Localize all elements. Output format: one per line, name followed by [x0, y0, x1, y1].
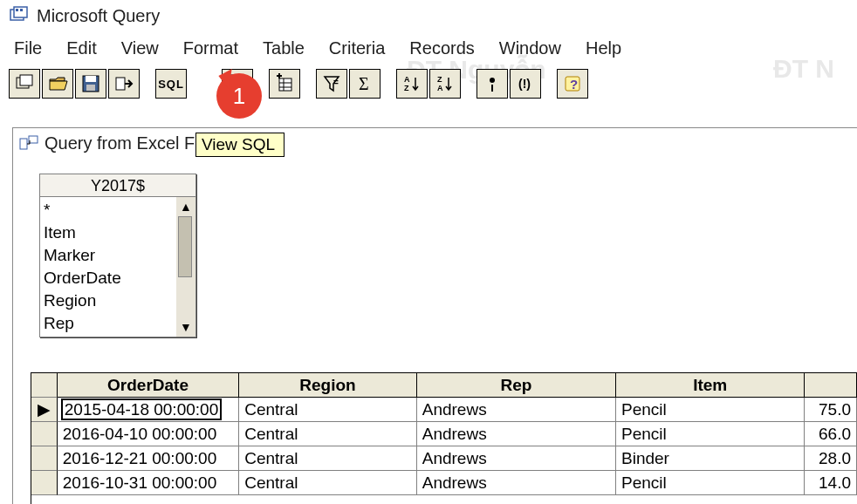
- child-icon: [18, 133, 39, 159]
- help-button[interactable]: ?: [557, 69, 588, 99]
- svg-rect-8: [86, 85, 95, 91]
- svg-rect-2: [16, 9, 18, 11]
- table-row: 2016-10-31 00:00:00 Central Andrews Penc…: [31, 471, 857, 495]
- totals-button[interactable]: Σ: [349, 69, 381, 99]
- cell-orderdate[interactable]: 2016-12-21 00:00:00: [58, 446, 239, 471]
- col-header-orderdate[interactable]: OrderDate: [58, 373, 239, 398]
- pane-splitter[interactable]: [13, 364, 857, 369]
- field-item[interactable]: Item: [44, 221, 173, 244]
- new-query-button[interactable]: [9, 69, 40, 99]
- save-button[interactable]: [75, 69, 106, 99]
- svg-rect-3: [20, 9, 23, 11]
- field-item[interactable]: Marker: [44, 244, 173, 267]
- svg-rect-7: [86, 76, 96, 82]
- row-selector[interactable]: [31, 471, 58, 495]
- menu-file[interactable]: File: [14, 38, 42, 58]
- open-button[interactable]: [42, 69, 73, 99]
- svg-text:=: =: [333, 78, 339, 87]
- svg-text:A: A: [437, 84, 443, 92]
- scroll-down-icon[interactable]: ▼: [176, 317, 195, 337]
- cell-value[interactable]: 28.0: [805, 446, 857, 471]
- svg-text:Z: Z: [437, 75, 442, 84]
- menu-help[interactable]: Help: [586, 38, 621, 58]
- table-row: 2016-12-21 00:00:00 Central Andrews Bind…: [31, 446, 857, 471]
- table-row: 2016-04-10 00:00:00 Central Andrews Penc…: [31, 422, 857, 446]
- scroll-up-icon[interactable]: ▲: [176, 197, 195, 216]
- add-tables-button[interactable]: [269, 69, 300, 99]
- svg-point-18: [490, 78, 495, 83]
- annotation-label: 1: [233, 83, 245, 110]
- scroll-thumb[interactable]: [178, 216, 192, 277]
- sort-asc-button[interactable]: AZ: [396, 69, 428, 99]
- cell-item[interactable]: Pencil: [616, 398, 805, 422]
- menubar: File Edit View Format Table Criteria Rec…: [0, 30, 857, 67]
- cell-region[interactable]: Central: [239, 471, 416, 495]
- field-item[interactable]: *: [44, 199, 173, 221]
- tooltip-view-sql: View SQL: [195, 133, 285, 157]
- cell-orderdate[interactable]: 2016-04-10 00:00:00: [58, 422, 239, 446]
- view-sql-button[interactable]: SQL: [155, 69, 187, 99]
- cell-region[interactable]: Central: [239, 398, 416, 422]
- cell-rep[interactable]: Andrews: [417, 398, 616, 422]
- row-selector[interactable]: [31, 446, 58, 471]
- child-window: Query from Excel Files Y2017$ * Item Mar…: [12, 127, 857, 504]
- menu-table[interactable]: Table: [263, 38, 305, 58]
- auto-query-button[interactable]: (!): [510, 69, 541, 99]
- return-data-button[interactable]: [108, 69, 140, 99]
- svg-text:Z: Z: [404, 84, 409, 92]
- cell-value[interactable]: 66.0: [805, 422, 857, 446]
- table-row: ▶ 2015-04-18 00:00:00 Central Andrews Pe…: [31, 398, 857, 422]
- field-item[interactable]: OrderDate: [44, 267, 173, 289]
- query-now-button[interactable]: [476, 69, 508, 99]
- cell-rep[interactable]: Andrews: [417, 422, 616, 446]
- svg-rect-11: [279, 78, 291, 91]
- menu-view[interactable]: View: [121, 38, 159, 58]
- svg-text:(!): (!): [518, 77, 531, 91]
- menu-window[interactable]: Window: [499, 38, 561, 58]
- cell-item[interactable]: Pencil: [616, 471, 805, 495]
- titlebar: Microsoft Query: [0, 0, 857, 30]
- cell-rep[interactable]: Andrews: [417, 446, 616, 471]
- field-item[interactable]: Region: [44, 289, 173, 312]
- col-header-item[interactable]: Item: [616, 373, 805, 398]
- criteria-equals-button[interactable]: =: [316, 69, 347, 99]
- toolbar: SQL = Σ AZ ZA (!) ?: [0, 67, 857, 104]
- grid-corner[interactable]: [31, 373, 58, 398]
- col-header-extra[interactable]: [805, 373, 857, 398]
- svg-rect-23: [20, 139, 27, 149]
- svg-rect-5: [20, 75, 32, 85]
- results-grid: OrderDate Region Rep Item ▶ 2015-04-18 0…: [31, 372, 857, 504]
- cell-region[interactable]: Central: [239, 446, 416, 471]
- grid-header-row: OrderDate Region Rep Item: [31, 373, 857, 398]
- col-header-region[interactable]: Region: [239, 373, 416, 398]
- svg-text:Σ: Σ: [359, 74, 369, 93]
- field-list-items[interactable]: * Item Marker OrderDate Region Rep: [40, 197, 176, 337]
- col-header-rep[interactable]: Rep: [417, 373, 616, 398]
- svg-rect-9: [116, 78, 125, 90]
- cell-orderdate[interactable]: 2015-04-18 00:00:00: [58, 398, 239, 422]
- menu-records[interactable]: Records: [409, 38, 474, 58]
- cell-item[interactable]: Pencil: [616, 422, 805, 446]
- menu-format[interactable]: Format: [183, 38, 238, 58]
- app-title: Microsoft Query: [37, 6, 160, 26]
- svg-text:?: ?: [570, 77, 578, 92]
- cell-orderdate[interactable]: 2016-10-31 00:00:00: [58, 471, 239, 495]
- cell-item[interactable]: Binder: [616, 446, 805, 471]
- sort-desc-button[interactable]: ZA: [429, 69, 461, 99]
- row-selector-current[interactable]: ▶: [31, 398, 58, 422]
- field-list-tablename[interactable]: Y2017$: [40, 174, 195, 197]
- cell-rep[interactable]: Andrews: [417, 471, 616, 495]
- svg-rect-1: [14, 7, 27, 17]
- field-list: Y2017$ * Item Marker OrderDate Region Re…: [39, 174, 196, 337]
- cell-value[interactable]: 75.0: [805, 398, 857, 422]
- menu-edit[interactable]: Edit: [66, 38, 96, 58]
- svg-text:A: A: [404, 75, 410, 84]
- field-list-scrollbar[interactable]: ▲ ▼: [176, 197, 195, 337]
- cell-value[interactable]: 14.0: [805, 471, 857, 495]
- field-item[interactable]: Rep: [44, 312, 173, 335]
- cell-region[interactable]: Central: [239, 422, 416, 446]
- menu-criteria[interactable]: Criteria: [329, 38, 385, 58]
- row-selector[interactable]: [31, 422, 58, 446]
- app-icon: [9, 5, 30, 26]
- annotation-balloon: 1: [216, 73, 269, 126]
